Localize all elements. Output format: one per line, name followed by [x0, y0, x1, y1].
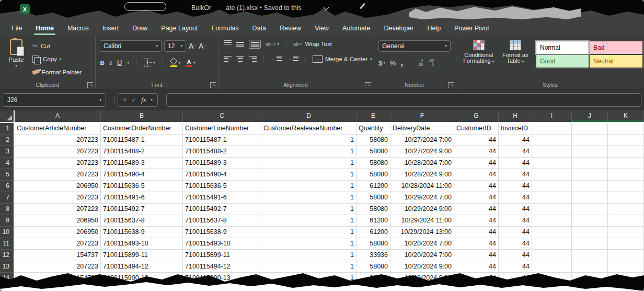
cell-C14[interactable]: 7100115900-13: [183, 273, 261, 284]
cell-C9[interactable]: 7100115637-8: [183, 215, 261, 227]
cell-E3[interactable]: 58080: [356, 146, 390, 158]
cell-H2[interactable]: 44: [499, 135, 532, 146]
row-header-7[interactable]: 7: [0, 192, 15, 204]
column-header-F[interactable]: F: [390, 110, 454, 122]
cell-J9[interactable]: [572, 215, 608, 227]
cell-F4[interactable]: 10/28/2024 7:00: [390, 158, 454, 169]
orientation-button[interactable]: ab↗▾: [266, 41, 279, 47]
cell-I8[interactable]: [532, 204, 572, 215]
cell-E8[interactable]: 58080: [356, 204, 390, 215]
column-header-A[interactable]: A: [15, 110, 101, 122]
cell-I1[interactable]: [532, 123, 572, 135]
format-as-table-button[interactable]: Format as Table ▾: [501, 40, 530, 64]
cell-I11[interactable]: [532, 238, 572, 250]
underline-button[interactable]: U: [117, 59, 122, 66]
cell-F12[interactable]: 10/20/2024 7:00: [390, 250, 454, 261]
cell-D11[interactable]: 1: [261, 238, 356, 250]
cell-A13[interactable]: 207223: [15, 261, 101, 273]
tab-help[interactable]: Help: [420, 21, 447, 36]
cell-I5[interactable]: [532, 169, 572, 181]
cell-J10[interactable]: [572, 227, 608, 238]
column-header-I[interactable]: I: [532, 110, 572, 122]
row-header-4[interactable]: 4: [0, 158, 15, 169]
cell-G2[interactable]: 44: [454, 135, 499, 146]
row-header-11[interactable]: 11: [0, 238, 15, 250]
cell-I4[interactable]: [532, 158, 572, 169]
decrease-decimal-button[interactable]: .00→0: [428, 59, 434, 67]
cell-H1[interactable]: InvoiceID: [499, 123, 532, 135]
cell-H7[interactable]: 44: [499, 192, 532, 204]
cell-G5[interactable]: 44: [454, 169, 499, 181]
tab-power-pivot[interactable]: Power Pivot: [447, 21, 496, 36]
style-bad[interactable]: Bad: [590, 41, 642, 54]
cell-E6[interactable]: 61200: [356, 181, 390, 192]
cell-H4[interactable]: 44: [499, 158, 532, 169]
style-normal[interactable]: Normal: [536, 41, 589, 54]
cell-D8[interactable]: 1: [261, 204, 356, 215]
cell-F2[interactable]: 10/27/2024 7:00: [390, 135, 454, 146]
cell-K7[interactable]: [608, 192, 644, 204]
cell-H3[interactable]: 44: [499, 146, 532, 158]
cell-F13[interactable]: 10/20/2024 9:00: [390, 261, 454, 273]
cell-J4[interactable]: [572, 158, 608, 169]
row-header-12[interactable]: 12: [0, 250, 15, 261]
comma-style-button[interactable]: ,: [400, 58, 403, 68]
cell-H8[interactable]: 44: [499, 204, 532, 215]
tab-review[interactable]: Review: [273, 21, 308, 36]
column-header-C[interactable]: C: [183, 110, 261, 122]
cell-E5[interactable]: 58080: [356, 169, 390, 181]
tab-macros[interactable]: Macros: [61, 21, 96, 36]
cell-F6[interactable]: 10/28/2024 11:00: [390, 181, 454, 192]
bottom-align-button[interactable]: [249, 40, 261, 49]
clipboard-dialog-launcher[interactable]: ↘: [87, 82, 93, 88]
cell-J6[interactable]: [572, 181, 608, 192]
cell-I2[interactable]: [532, 135, 572, 146]
cell-K2[interactable]: [608, 135, 644, 146]
cell-J8[interactable]: [572, 204, 608, 215]
cell-J11[interactable]: [572, 238, 608, 250]
cell-E2[interactable]: 58080: [356, 135, 390, 146]
cell-I3[interactable]: [532, 146, 572, 158]
row-header-3[interactable]: 3: [0, 146, 15, 158]
cell-I10[interactable]: [532, 227, 572, 238]
cell-K5[interactable]: [608, 169, 644, 181]
cell-J5[interactable]: [572, 169, 608, 181]
decrease-indent-button[interactable]: ←: [271, 57, 282, 62]
cell-E1[interactable]: Quantity: [356, 123, 390, 135]
cell-K9[interactable]: [608, 215, 644, 227]
cell-D5[interactable]: 1: [261, 169, 356, 181]
cell-B6[interactable]: 7100115636-5: [101, 181, 183, 192]
row-header-8[interactable]: 8: [0, 204, 15, 215]
formula-input[interactable]: [166, 93, 641, 107]
borders-button[interactable]: ▾: [144, 59, 155, 66]
cell-G13[interactable]: 44: [454, 261, 499, 273]
column-header-D[interactable]: D: [261, 110, 356, 122]
row-header-14[interactable]: 14: [0, 273, 15, 284]
cell-H14[interactable]: 44: [499, 273, 532, 284]
cell-A2[interactable]: 207223: [15, 135, 101, 146]
cell-A1[interactable]: CustomerArticleNumber: [15, 123, 101, 135]
cell-D3[interactable]: 1: [261, 146, 356, 158]
accounting-format-button[interactable]: $▾: [378, 59, 385, 67]
cell-F10[interactable]: 10/29/2024 13:00: [390, 227, 454, 238]
cell-H11[interactable]: 44: [499, 238, 532, 250]
formula-bar-handle[interactable]: ⋮: [111, 96, 118, 104]
tab-formulas[interactable]: Formulas: [205, 21, 246, 36]
cell-F7[interactable]: 10/29/2024 7:00: [390, 192, 454, 204]
font-size-select[interactable]: 12▾: [164, 40, 186, 52]
cell-F3[interactable]: 10/27/2024 9:00: [390, 146, 454, 158]
cell-G12[interactable]: 44: [454, 250, 499, 261]
cell-A12[interactable]: 154737: [15, 250, 101, 261]
row-header-5[interactable]: 5: [0, 169, 15, 181]
tab-view[interactable]: View: [308, 21, 336, 36]
cell-E7[interactable]: 58080: [356, 192, 390, 204]
cell-B7[interactable]: 7100115491-6: [101, 192, 183, 204]
cell-D1[interactable]: CustomerRealeaseNumber: [261, 123, 356, 135]
cell-D2[interactable]: 1: [261, 135, 356, 146]
cell-E13[interactable]: 58080: [356, 261, 390, 273]
align-center-button[interactable]: [236, 56, 244, 62]
cell-E14[interactable]: 33936: [356, 273, 390, 284]
cell-F1[interactable]: DeliveryDate: [390, 123, 454, 135]
cell-A6[interactable]: 206950: [15, 181, 101, 192]
cell-I9[interactable]: [532, 215, 572, 227]
